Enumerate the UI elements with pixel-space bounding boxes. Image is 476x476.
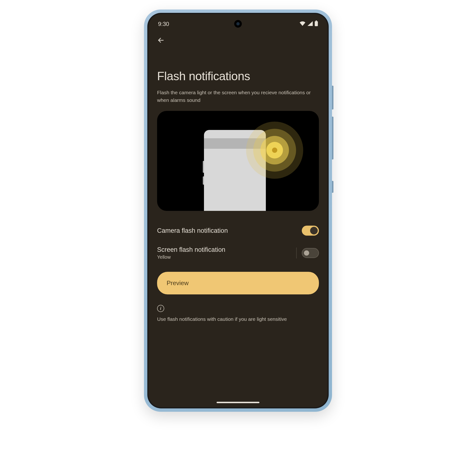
setting-label: Screen flash notification bbox=[157, 246, 225, 254]
nav-pill bbox=[217, 402, 259, 403]
info-icon: i bbox=[157, 305, 164, 312]
arrow-left-icon bbox=[157, 37, 165, 44]
page-subtitle: Flash the camera light or the screen whe… bbox=[157, 89, 319, 104]
screen-flash-toggle[interactable] bbox=[302, 248, 319, 258]
back-button[interactable] bbox=[156, 35, 166, 46]
phone-bezel: 9:30 bbox=[147, 13, 329, 408]
battery-icon bbox=[315, 20, 318, 28]
svg-rect-1 bbox=[316, 20, 317, 21]
phone-frame: 9:30 bbox=[144, 10, 332, 412]
phone-side-button bbox=[332, 86, 333, 109]
gesture-nav-bar[interactable] bbox=[149, 398, 327, 407]
app-bar bbox=[149, 31, 327, 48]
preview-button[interactable]: Preview bbox=[157, 272, 319, 294]
phone-side-button bbox=[332, 181, 333, 193]
setting-screen-flash[interactable]: Screen flash notification Yellow bbox=[157, 241, 319, 265]
flash-glow-icon bbox=[246, 122, 303, 179]
info-text: Use flash notifications with caution if … bbox=[157, 315, 319, 323]
setting-label: Camera flash notification bbox=[157, 227, 228, 235]
svg-rect-0 bbox=[315, 21, 318, 26]
info-row: i Use flash notifications with caution i… bbox=[157, 305, 319, 323]
signal-icon bbox=[307, 21, 313, 27]
phone-screen: 9:30 bbox=[149, 14, 327, 407]
camera-punch-hole bbox=[234, 20, 242, 28]
status-right bbox=[299, 20, 318, 28]
page-title: Flash notifications bbox=[157, 69, 319, 83]
illustration bbox=[157, 111, 319, 211]
setting-sublabel: Yellow bbox=[157, 255, 225, 260]
setting-camera-flash[interactable]: Camera flash notification bbox=[157, 221, 319, 241]
content: Flash notifications Flash the camera lig… bbox=[149, 48, 327, 398]
status-time: 9:30 bbox=[158, 21, 169, 27]
wifi-icon bbox=[299, 21, 306, 27]
camera-flash-toggle[interactable] bbox=[302, 226, 319, 236]
phone-side-button bbox=[332, 117, 333, 159]
row-divider bbox=[296, 248, 297, 258]
